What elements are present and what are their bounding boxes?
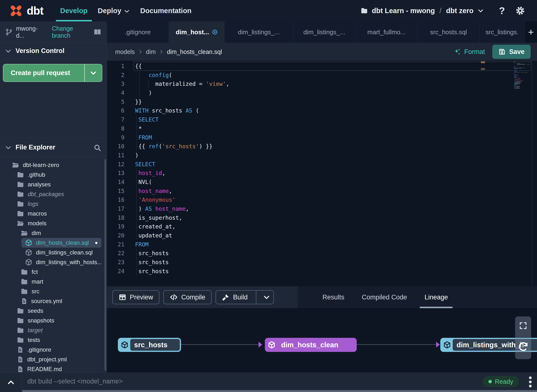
tree-item-seeds[interactable]: seeds [0, 306, 107, 316]
file-tree-scrollbar[interactable] [104, 159, 106, 371]
build-options-button[interactable] [260, 294, 273, 301]
sidebar: Version Control Create pull request File… [0, 43, 107, 373]
tree-item-label: snapshots [28, 317, 54, 324]
tree-item-readme-md[interactable]: README.md [0, 364, 107, 373]
folder-icon [20, 278, 28, 286]
nav-develop[interactable]: Develop [55, 0, 93, 21]
tree-item-sources-yml[interactable]: sources.yml [0, 296, 107, 306]
reload-icon[interactable] [518, 341, 529, 352]
help-icon[interactable]: ? [499, 5, 505, 16]
change-branch-link[interactable]: Change branch [52, 25, 93, 39]
hammer-icon [222, 293, 230, 301]
tab-dim-listings[interactable]: dim_listings_... [293, 21, 356, 43]
folder-icon [17, 171, 24, 179]
tree-item-dim-listings-clean-sql[interactable]: dim_listings_clean.sql [0, 248, 107, 257]
tree-item-label: tests [28, 337, 40, 343]
tab-label: dim_listings_... [238, 28, 280, 36]
branch-name: mwong-d... [16, 25, 46, 39]
book-icon[interactable] [93, 28, 102, 36]
search-icon[interactable] [94, 144, 101, 152]
tree-item-dbt-learn-zero[interactable]: dbt-learn-zero [0, 160, 107, 170]
dbt-logo[interactable]: dbt [9, 3, 43, 18]
tree-item-dim-listings-with-hosts[interactable]: dim_listings_with_hosts... [0, 257, 107, 267]
code-line-20: 20 updated_at [107, 231, 537, 240]
new-tab-button[interactable]: + [525, 21, 537, 43]
nav-documentation[interactable]: Documentation [135, 0, 197, 21]
tree-item-gitignore[interactable]: .gitignore [0, 345, 107, 355]
tab-compiled-code[interactable]: Compiled Code [353, 286, 416, 308]
create-pull-request-label: Create pull request [3, 69, 84, 77]
version-control-header[interactable]: Version Control [0, 43, 107, 59]
tab-mart-fullmo[interactable]: mart_fullmo... [355, 21, 418, 43]
tree-item-macros[interactable]: macros [0, 209, 107, 218]
code-line-3: 3 materialized = 'view', [107, 79, 537, 88]
fullscreen-icon[interactable] [519, 321, 528, 330]
tree-item-src[interactable]: src [0, 287, 107, 296]
model-cube-icon [442, 341, 453, 349]
tree-item-label: logs [28, 200, 38, 207]
tab-dim-host[interactable]: dim_host... [169, 21, 225, 43]
tree-item-analyses[interactable]: analyses [0, 180, 107, 189]
command-panel-toggle[interactable] [0, 373, 22, 392]
folder-icon [17, 336, 24, 344]
status-badge[interactable]: Ready [483, 376, 519, 387]
tree-item-mart[interactable]: mart [0, 277, 107, 287]
file-explorer-header[interactable]: File Explorer [0, 138, 107, 157]
tree-item-dbt-project-yml[interactable]: dbt_project.yml [0, 355, 107, 364]
tab-src-listings[interactable]: src_listings. [479, 21, 525, 43]
command-input[interactable]: dbt build --select <model_name> [27, 373, 123, 390]
tree-item-github[interactable]: .github [0, 170, 107, 180]
tab-dim-listings[interactable]: dim_listings_... [225, 21, 293, 43]
lineage-canvas[interactable]: src_hostsdim_hosts_cleandim_listings_wit… [107, 308, 537, 373]
code-line-18: 18 is_superhost, [107, 213, 537, 222]
tree-item-target[interactable]: target [0, 325, 107, 335]
save-label: Save [509, 48, 524, 56]
tree-item-snapshots[interactable]: snapshots [0, 316, 107, 325]
chevron-down-icon [5, 48, 12, 54]
code-line-17: 17 ) AS host_name, [107, 204, 537, 213]
tree-item-logs[interactable]: logs [0, 199, 107, 209]
editor-minimap[interactable]: {{ config( materialized = 'view', )}}WIT… [514, 62, 530, 89]
build-button[interactable]: Build [216, 290, 274, 304]
tree-item-label: README.md [27, 366, 62, 373]
tree-item-dim[interactable]: dim [0, 228, 107, 238]
minimap-change-marker [481, 61, 485, 63]
tree-item-dim-hosts-clean-sql[interactable]: dim_hosts_clean.sql [0, 238, 107, 248]
preview-button[interactable]: Preview [112, 290, 159, 304]
tree-item-dbt-packages[interactable]: dbt_packages [0, 189, 107, 199]
code-line-22: 22 src_hosts [107, 249, 537, 258]
pull-request-options-button[interactable] [84, 64, 102, 81]
compile-button[interactable]: Compile [163, 290, 212, 304]
create-pull-request-button[interactable]: Create pull request [3, 64, 102, 82]
line-number: 7 [107, 115, 124, 124]
folder-open-icon [20, 229, 28, 237]
editor-scrollbar[interactable] [532, 61, 532, 286]
code-editor[interactable]: 1{{2 config(3 materialized = 'view',4 )5… [107, 61, 537, 286]
kebab-menu-icon[interactable] [529, 376, 532, 387]
line-number: 13 [107, 169, 124, 178]
tree-item-models[interactable]: models [0, 218, 107, 228]
format-button[interactable]: Format [453, 48, 485, 56]
tree-item-tests[interactable]: tests [0, 335, 107, 345]
result-tabs: Results Compiled Code Lineage [298, 286, 537, 308]
tree-item-fct[interactable]: fct [0, 267, 107, 277]
tab-gitignore[interactable]: .gitignore [107, 21, 169, 43]
tree-item-label: .gitignore [27, 346, 51, 353]
lineage-node-label: src_hosts [130, 339, 180, 351]
save-button[interactable]: Save [492, 45, 531, 59]
version-control-title: Version Control [16, 47, 64, 55]
tree-item-label: fct [32, 269, 38, 275]
gear-icon[interactable] [516, 6, 525, 15]
folder-icon [17, 210, 24, 218]
breadcrumb-dim: dim [146, 48, 156, 55]
bottom-panel-header: Preview Compile Build Results Compiled C… [107, 286, 537, 308]
tab-results[interactable]: Results [314, 286, 353, 308]
project-picker[interactable]: dbt Learn - mwong / dbt zero [360, 7, 484, 15]
nav-deploy[interactable]: Deploy [93, 0, 135, 21]
folder-open-icon [17, 219, 24, 227]
tab-src-hosts-sql[interactable]: src_hosts.sql [418, 21, 480, 43]
tab-lineage[interactable]: Lineage [416, 286, 457, 308]
lineage-node-src-hosts[interactable]: src_hosts [118, 338, 181, 352]
lineage-node-dim-hosts-clean[interactable]: dim_hosts_clean [265, 338, 357, 352]
horizontal-scrollbar[interactable] [22, 390, 537, 392]
